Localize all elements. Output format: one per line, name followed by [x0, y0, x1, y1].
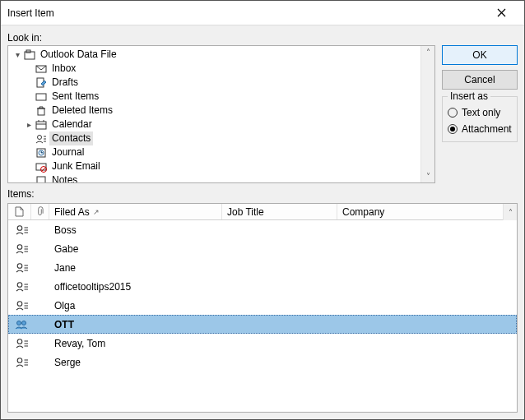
svg-rect-4	[36, 94, 46, 100]
junk-icon	[35, 160, 48, 173]
item-filed-as: Olga	[49, 300, 75, 312]
list-item[interactable]: Boss	[8, 220, 517, 239]
item-filed-as: Boss	[49, 224, 77, 236]
items-list: Filed As ↗ Job Title Company ˄ BossGabeJ…	[7, 203, 518, 413]
svg-rect-6	[36, 122, 46, 129]
tree-node-journal[interactable]: Journal	[8, 145, 434, 159]
contact-icon	[13, 243, 31, 255]
list-item[interactable]: Revay, Tom	[8, 334, 517, 353]
list-item[interactable]: Gabe	[8, 239, 517, 258]
tree-scrollbar[interactable]: ˄ ˅	[420, 46, 434, 182]
tree-label: Contacts	[49, 132, 93, 145]
col-filed-as[interactable]: Filed As ↗	[49, 204, 222, 219]
contact-icon	[13, 224, 31, 236]
col-attachment[interactable]	[31, 204, 49, 219]
item-filed-as: OTT	[49, 319, 74, 330]
folder-tree[interactable]: Outlook Data File Inbox	[7, 45, 435, 183]
insert-as-legend: Insert as	[448, 90, 490, 102]
insert-as-group: Insert as Text only Attachment	[442, 96, 518, 142]
tree-node-notes[interactable]: Notes	[8, 173, 434, 183]
sent-icon	[35, 90, 48, 104]
tree-label: Outlook Data File	[38, 48, 119, 62]
close-button[interactable]	[485, 2, 518, 25]
distribution-list-icon	[13, 319, 31, 330]
tree-node-calendar[interactable]: Calendar	[8, 118, 434, 132]
journal-icon	[35, 146, 48, 159]
svg-point-21	[17, 358, 22, 362]
col-label: Job Title	[227, 206, 264, 218]
svg-point-16	[17, 282, 22, 287]
scroll-down-icon[interactable]: ˅	[426, 170, 430, 182]
tree-node-inbox[interactable]: Inbox	[8, 62, 434, 76]
tree-label: Drafts	[49, 76, 81, 90]
radio-text-only[interactable]: Text only	[448, 107, 512, 118]
svg-point-7	[38, 135, 42, 139]
svg-point-14	[17, 244, 22, 249]
items-label: Items:	[7, 188, 518, 200]
svg-point-17	[17, 301, 22, 306]
chevron-right-icon[interactable]	[23, 118, 35, 132]
list-item[interactable]: Serge	[8, 353, 517, 372]
col-company[interactable]: Company	[337, 204, 517, 219]
tree-label: Notes	[49, 173, 80, 183]
contact-icon	[13, 357, 31, 368]
contact-icon	[13, 300, 31, 312]
title-bar: Insert Item	[1, 1, 524, 25]
tree-label: Junk Email	[49, 159, 103, 173]
col-type[interactable]	[8, 204, 31, 219]
item-filed-as: officetooltips2015	[49, 281, 131, 293]
svg-point-15	[17, 263, 22, 268]
contact-icon	[13, 281, 31, 293]
tree-label: Inbox	[49, 62, 78, 76]
calendar-icon	[35, 118, 48, 132]
ok-button[interactable]: OK	[442, 45, 518, 65]
chevron-down-icon[interactable]	[12, 48, 23, 62]
list-item[interactable]: OTT	[8, 315, 517, 334]
paperclip-icon	[36, 206, 44, 217]
sort-asc-icon: ↗	[93, 208, 100, 216]
inbox-icon	[35, 62, 48, 76]
trash-icon	[35, 104, 48, 118]
radio-icon	[448, 124, 458, 134]
tree-node-junk-email[interactable]: Junk Email	[8, 159, 434, 173]
drafts-icon	[35, 76, 48, 90]
col-label: Company	[342, 206, 384, 218]
header-scroll-up-icon[interactable]: ˄	[503, 204, 517, 220]
dialog-buttons: OK Cancel Insert as Text only Attachment	[442, 45, 518, 183]
item-filed-as: Revay, Tom	[49, 338, 105, 349]
window-title: Insert Item	[7, 7, 485, 19]
items-body[interactable]: BossGabeJaneofficetooltips2015OlgaOTTRev…	[8, 220, 517, 412]
tree-label: Sent Items	[49, 90, 101, 104]
data-file-icon	[23, 48, 36, 62]
contact-icon	[13, 262, 31, 274]
contact-icon	[13, 338, 31, 349]
svg-point-20	[17, 339, 22, 344]
contacts-icon	[35, 132, 48, 145]
tree-node-deleted-items[interactable]: Deleted Items	[8, 104, 434, 118]
radio-attachment[interactable]: Attachment	[448, 123, 512, 135]
list-item[interactable]: Jane	[8, 258, 517, 277]
tree-root-outlook-data-file[interactable]: Outlook Data File	[8, 48, 434, 62]
scroll-up-icon[interactable]: ˄	[426, 46, 430, 58]
col-job-title[interactable]: Job Title	[222, 204, 337, 219]
tree-label: Deleted Items	[49, 104, 115, 118]
item-filed-as: Serge	[49, 357, 81, 368]
svg-rect-12	[37, 177, 45, 184]
svg-point-19	[22, 321, 26, 325]
list-item[interactable]: officetooltips2015	[8, 277, 517, 296]
tree-label: Calendar	[49, 118, 95, 132]
item-filed-as: Jane	[49, 262, 76, 274]
tree-node-drafts[interactable]: Drafts	[8, 76, 434, 90]
radio-icon	[448, 108, 458, 118]
dialog-body: Look in: Outlook Data File	[1, 25, 524, 419]
items-header: Filed As ↗ Job Title Company	[8, 204, 517, 220]
tree-node-contacts[interactable]: Contacts	[8, 132, 434, 145]
tree-node-sent-items[interactable]: Sent Items	[8, 90, 434, 104]
page-icon	[15, 206, 24, 217]
item-filed-as: Gabe	[49, 243, 78, 255]
cancel-button[interactable]: Cancel	[442, 70, 518, 90]
list-item[interactable]: Olga	[8, 296, 517, 315]
radio-label: Text only	[462, 107, 500, 118]
tree-content: Outlook Data File Inbox	[8, 46, 434, 183]
svg-rect-5	[38, 108, 44, 115]
